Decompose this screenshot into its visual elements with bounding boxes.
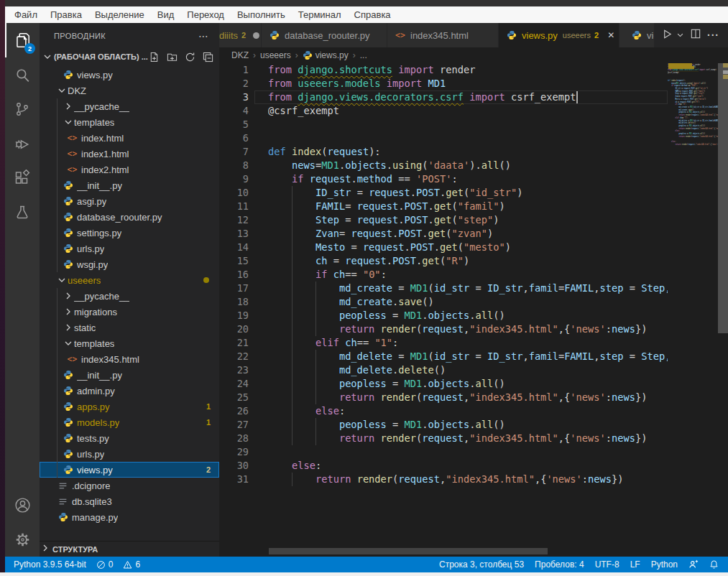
menu-bar: ФайлПравкаВыделениеВидПереходВыполнитьТе… xyxy=(5,6,728,23)
testing-icon[interactable] xyxy=(5,195,40,230)
tree-file-index1.html[interactable]: <>index1.html xyxy=(40,146,219,162)
tree-folder-useeers[interactable]: useeers xyxy=(40,272,219,288)
html-file-icon: <> xyxy=(67,164,78,175)
run-dropdown-icon[interactable] xyxy=(676,29,684,42)
run-debug-icon[interactable] xyxy=(5,126,40,161)
tab-bar: diiits2database_roouter.py<>index345.htm… xyxy=(219,23,728,47)
breadcrumb-item-3[interactable]: ... xyxy=(360,50,367,60)
status-cursor-position[interactable]: Строка 3, столбец 53 xyxy=(439,559,524,570)
menu-item-7[interactable]: Справка xyxy=(348,9,397,20)
tab-diiits[interactable]: diiits2 xyxy=(219,23,262,47)
menu-item-4[interactable]: Переход xyxy=(180,9,231,20)
tree-file-apps.py[interactable]: apps.py1 xyxy=(40,399,219,414)
tree-file-views.py[interactable]: views.py2 xyxy=(40,462,219,478)
tree-file-index2.html[interactable]: <>index2.html xyxy=(40,162,219,177)
tree-file-.dcignore[interactable]: .dcignore xyxy=(40,478,219,493)
split-editor-icon[interactable] xyxy=(691,29,701,42)
menu-item-0[interactable]: Файл xyxy=(8,9,44,20)
status-python-interpreter[interactable]: Python 3.9.5 64-bit xyxy=(14,559,86,570)
python-file-icon xyxy=(63,449,73,460)
extensions-icon[interactable] xyxy=(5,161,40,195)
search-icon[interactable] xyxy=(5,57,40,92)
breadcrumb-item-0[interactable]: DKZ xyxy=(231,50,249,60)
menu-item-3[interactable]: Вид xyxy=(151,9,181,20)
menu-item-2[interactable]: Выделение xyxy=(88,9,151,20)
python-file-icon xyxy=(63,243,73,254)
code-editor[interactable]: 1234567891011121314151617181920212223242… xyxy=(219,63,728,557)
new-folder-icon[interactable] xyxy=(167,52,178,62)
python-file-icon xyxy=(63,196,73,207)
tree-folder-DKZ[interactable]: DKZ xyxy=(40,83,219,98)
status-notifications-bell-icon[interactable] xyxy=(709,559,719,570)
refresh-icon[interactable] xyxy=(185,52,195,62)
tree-file-urls.py[interactable]: urls.py xyxy=(40,446,219,462)
status-warnings[interactable]: 6 xyxy=(123,559,140,570)
breadcrumb[interactable]: DKZ›useeers›views.py›... xyxy=(219,47,728,63)
tree-file-wsgi.py[interactable]: wsgi.py xyxy=(40,256,219,272)
settings-gear-icon[interactable] xyxy=(5,522,40,557)
tree-file-urls.py[interactable]: urls.py xyxy=(40,241,219,256)
collapse-folders-icon[interactable] xyxy=(203,52,213,62)
python-file-icon xyxy=(63,465,73,475)
python-file-icon xyxy=(63,386,73,396)
workspace-section-header[interactable]: (РАБОЧАЯ ОБЛАСТЬ) ... xyxy=(40,49,219,65)
sidebar-more-actions-icon[interactable]: ⋯ xyxy=(198,30,209,42)
more-actions-icon[interactable]: ··· xyxy=(707,29,719,41)
explorer-badge: 2 xyxy=(24,43,35,54)
menu-item-5[interactable]: Выполнить xyxy=(231,9,292,20)
minimap[interactable]: from django.shortcuts import renderfrom … xyxy=(668,63,719,557)
tab-index345.html[interactable]: <>index345.html xyxy=(387,23,499,47)
horizontal-scrollbar-thumb[interactable] xyxy=(269,548,548,554)
tree-folder-templates[interactable]: templates xyxy=(40,335,219,351)
new-file-icon[interactable] xyxy=(149,52,160,62)
source-control-icon[interactable] xyxy=(5,92,40,126)
breadcrumb-item-1[interactable]: useeers xyxy=(260,50,291,60)
tab-vie[interactable]: vie xyxy=(619,23,655,47)
status-indentation[interactable]: Пробелов: 4 xyxy=(535,559,584,570)
tree-file-index.html[interactable]: <>index.html xyxy=(40,130,219,146)
tree-file-db.sqlite3[interactable]: db.sqlite3 xyxy=(40,493,219,509)
python-file-icon xyxy=(303,50,313,60)
tree-file-__init__.py[interactable]: __init__.py xyxy=(40,177,219,193)
tree-folder-templates[interactable]: templates xyxy=(40,114,219,130)
tree-file-index345.html[interactable]: <>index345.html xyxy=(40,351,219,367)
problems-dot xyxy=(203,277,209,283)
python-file-icon xyxy=(63,70,73,80)
explorer-sidebar: ПРОВОДНИК ⋯ (РАБОЧАЯ ОБЛАСТЬ) ... views.… xyxy=(40,23,219,557)
tree-file-tests.py[interactable]: tests.py xyxy=(40,430,219,446)
structure-section-header[interactable]: СТРУКТУРА xyxy=(40,541,219,557)
close-tab-icon[interactable]: ✕ xyxy=(607,30,614,40)
explorer-icon[interactable]: 2 xyxy=(5,23,40,57)
status-feedback-icon[interactable] xyxy=(688,559,699,570)
tree-file-__init__.py[interactable]: __init__.py xyxy=(40,367,219,383)
tree-file-manage.py[interactable]: manage.py xyxy=(40,509,219,525)
tree-file-settings.py[interactable]: settings.py xyxy=(40,225,219,241)
tree-folder-__pycache__[interactable]: __pycache__ xyxy=(40,288,219,304)
html-file-icon: <> xyxy=(67,354,78,365)
menu-item-1[interactable]: Правка xyxy=(44,9,88,20)
account-icon[interactable] xyxy=(5,488,40,522)
tree-folder-migrations[interactable]: migrations xyxy=(40,304,219,320)
status-language-mode[interactable]: Python xyxy=(651,559,678,570)
tab-database_roouter.py[interactable]: database_roouter.py xyxy=(262,23,387,47)
status-eol[interactable]: LF xyxy=(630,559,640,570)
modified-dot-icon[interactable] xyxy=(253,32,259,39)
chevron-down-icon xyxy=(56,85,68,96)
status-encoding[interactable]: UTF-8 xyxy=(595,559,619,570)
python-file-icon xyxy=(63,259,73,270)
status-errors[interactable]: 0 xyxy=(96,559,114,570)
window-bottom-edge xyxy=(0,572,728,576)
python-file-icon xyxy=(63,228,73,238)
tree-file-admin.py[interactable]: admin.py xyxy=(40,383,219,399)
tree-file-views.py[interactable]: views.py xyxy=(40,67,219,83)
tree-file-models.py[interactable]: models.py1 xyxy=(40,414,219,430)
menu-item-6[interactable]: Терминал xyxy=(292,9,348,20)
run-button[interactable] xyxy=(662,29,673,42)
tree-folder-static[interactable]: static xyxy=(40,320,219,335)
breadcrumb-item-2[interactable]: views.py xyxy=(315,50,349,60)
chevron-right-icon xyxy=(63,290,74,302)
tree-file-asgi.py[interactable]: asgi.py xyxy=(40,193,219,209)
tree-file-database_roouter.py[interactable]: database_roouter.py xyxy=(40,209,219,225)
tree-folder-__pycache__[interactable]: __pycache__ xyxy=(40,98,219,114)
tab-views.py[interactable]: views.pyuseeers2✕ xyxy=(499,23,619,47)
